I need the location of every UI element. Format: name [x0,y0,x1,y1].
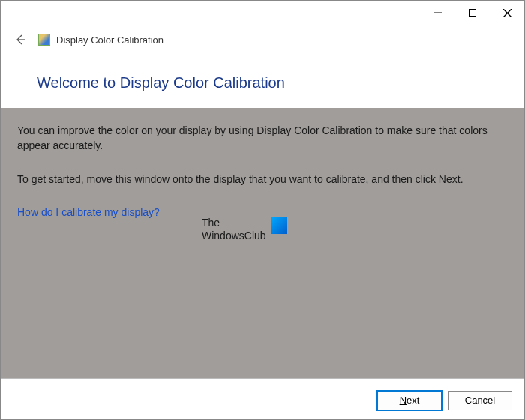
maximize-button[interactable] [455,1,490,25]
minimize-button[interactable] [421,1,455,25]
titlebar [1,1,524,25]
watermark-text: The WindowsClub [202,217,266,242]
watermark-logo-icon [271,218,287,234]
app-title-text: Display Color Calibration [56,34,164,46]
cancel-button[interactable]: Cancel [448,391,512,410]
header: Display Color Calibration [1,25,524,55]
help-link[interactable]: How do I calibrate my display? [17,206,160,218]
page-heading: Welcome to Display Color Calibration [37,74,524,92]
app-icon [38,34,50,46]
app-title: Display Color Calibration [38,34,164,46]
watermark: The WindowsClub [202,217,287,242]
svg-rect-1 [470,10,476,16]
intro-paragraph-1: You can improve the color on your displa… [17,123,508,154]
close-button[interactable] [490,1,524,25]
back-button[interactable] [13,32,28,47]
content-area: You can improve the color on your displa… [1,108,524,378]
intro-paragraph-2: To get started, move this window onto th… [17,172,508,187]
next-button[interactable]: Next [377,391,442,410]
heading-area: Welcome to Display Color Calibration [1,55,524,108]
footer: Next Cancel [1,378,524,420]
